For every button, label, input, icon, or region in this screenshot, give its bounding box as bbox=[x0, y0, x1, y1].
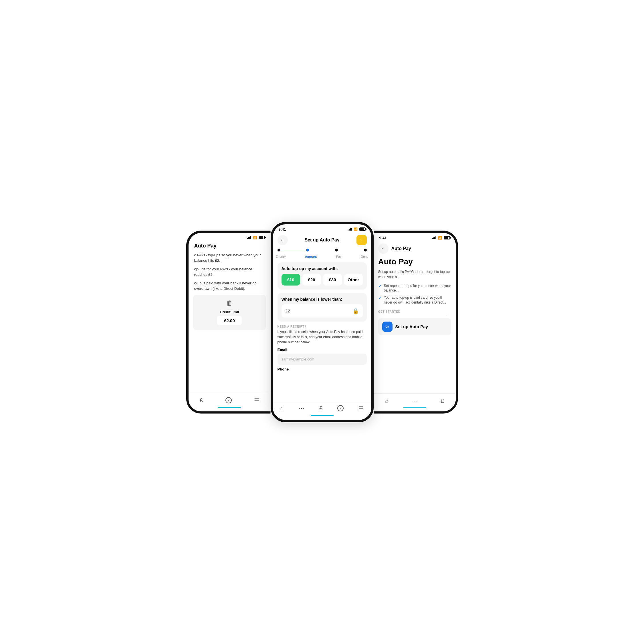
center-header: ← Set up Auto Pay ⚡ bbox=[273, 233, 371, 249]
step-dot-done bbox=[364, 249, 367, 251]
center-phone-content: ← Set up Auto Pay ⚡ Energy Amount Pay bbox=[273, 233, 371, 416]
left-nav-menu-icon[interactable]: ☰ bbox=[254, 397, 259, 404]
center-status-bar: 9:41 📶 bbox=[273, 224, 371, 233]
credit-value: £2.00 bbox=[217, 316, 242, 325]
check-list: ✓ Set repeat top-ups for yo... meter whe… bbox=[378, 284, 451, 305]
right-body: Auto Pay Set up automatic PAYG top-u... … bbox=[374, 257, 456, 335]
center-nav-menu-icon[interactable]: ☰ bbox=[358, 405, 364, 412]
center-nav-network-icon[interactable]: ⋯ bbox=[299, 405, 304, 412]
right-status-time: 9:41 bbox=[379, 236, 387, 240]
check-item-1: ✓ Set repeat top-ups for yo... meter whe… bbox=[378, 284, 451, 293]
right-nav-indicator bbox=[403, 407, 426, 408]
step-line-2 bbox=[309, 250, 335, 250]
left-credit-section: 🗑 Credit limit £2.00 bbox=[193, 295, 266, 330]
left-wifi-icon: 📶 bbox=[253, 236, 257, 239]
right-phone: 9:41 📶 ← Auto Pay Auto Pay bbox=[374, 231, 458, 414]
right-status-icons: 📶 bbox=[432, 236, 450, 240]
balance-row: £2 🔒 bbox=[282, 304, 363, 318]
left-nav-indicator bbox=[218, 407, 241, 408]
balance-card: When my balance is lower than: £2 🔒 bbox=[278, 293, 367, 322]
step-label-done: Done bbox=[361, 255, 368, 258]
check-item-2: ✓ Your auto top-up is paid card, so you'… bbox=[378, 295, 451, 305]
center-status-icons: 📶 bbox=[348, 227, 366, 231]
step-dot-energy bbox=[278, 249, 280, 251]
infinity-icon: ∞ bbox=[382, 322, 393, 332]
right-signal-icon bbox=[432, 236, 436, 239]
amount-option-30[interactable]: £30 bbox=[323, 274, 342, 286]
amount-option-10[interactable]: £10 bbox=[282, 274, 300, 286]
balance-value: £2 bbox=[286, 308, 290, 313]
right-nav-home-icon[interactable]: ⌂ bbox=[385, 398, 389, 404]
step-label-energy: Energy bbox=[276, 255, 286, 258]
center-phone: 9:41 📶 ← Set up Auto Pay ⚡ bbox=[271, 222, 374, 422]
center-status-time: 9:41 bbox=[279, 227, 286, 231]
email-label: Email bbox=[278, 348, 367, 352]
email-input[interactable]: sam@example.com bbox=[278, 354, 367, 365]
checkmark-icon-1: ✓ bbox=[378, 284, 382, 289]
step-line-3 bbox=[338, 250, 364, 250]
amount-card-title: Auto top-up my account with: bbox=[282, 266, 363, 271]
left-phone-content: Auto Pay c PAYG top-ups so you never whe… bbox=[189, 241, 271, 408]
amount-option-other[interactable]: Other bbox=[344, 274, 363, 286]
divider bbox=[383, 315, 447, 315]
right-page-title: Auto Pay bbox=[391, 246, 411, 251]
amount-option-20[interactable]: £20 bbox=[302, 274, 321, 286]
center-nav-pay-icon[interactable]: £ bbox=[319, 405, 322, 412]
left-signal-icon bbox=[247, 236, 251, 239]
right-wifi-icon: 📶 bbox=[438, 236, 442, 240]
right-nav-pay-icon[interactable]: £ bbox=[441, 398, 444, 404]
step-label-amount: Amount bbox=[305, 255, 317, 258]
center-wifi-icon: 📶 bbox=[354, 227, 358, 231]
left-status-bar: 📶 bbox=[189, 233, 271, 241]
check-item-1-text: Set repeat top-ups for yo... meter when … bbox=[384, 284, 451, 293]
left-body-p2: op-ups for your PAYG your balance reache… bbox=[194, 266, 265, 278]
left-page-title: Auto Pay bbox=[189, 241, 271, 252]
center-nav-help-icon[interactable]: ? bbox=[337, 405, 344, 411]
receipt-section: NEED A RECEIPT? If you'd like a receipt … bbox=[273, 325, 371, 375]
phone-label: Phone bbox=[278, 367, 367, 371]
checkmark-icon-2: ✓ bbox=[378, 295, 382, 301]
center-nav-home-icon[interactable]: ⌂ bbox=[280, 405, 284, 412]
left-bottom-nav: £ ? ☰ bbox=[189, 393, 271, 408]
balance-card-title: When my balance is lower than: bbox=[282, 297, 363, 302]
stepper-labels: Energy Amount Pay Done bbox=[273, 255, 371, 262]
receipt-label: NEED A RECEIPT? bbox=[278, 325, 367, 328]
left-nav-help-icon[interactable]: ? bbox=[225, 397, 232, 403]
setup-autopay-button[interactable]: ∞ Set up Auto Pay bbox=[378, 318, 451, 335]
step-line-1 bbox=[280, 250, 306, 250]
right-nav-network-icon[interactable]: ⋯ bbox=[412, 397, 417, 404]
right-header: ← Auto Pay bbox=[374, 241, 456, 257]
left-body-p1: c PAYG top-ups so you never when your ba… bbox=[194, 252, 265, 263]
amount-options: £10 £20 £30 Other bbox=[282, 274, 363, 286]
setup-autopay-label: Set up Auto Pay bbox=[395, 324, 428, 329]
step-dot-pay bbox=[335, 249, 338, 251]
left-body-p3: o-up is paid with your bank ll never go … bbox=[194, 280, 265, 292]
amount-card: Auto top-up my account with: £10 £20 £30… bbox=[278, 262, 367, 290]
step-dot-amount bbox=[306, 249, 309, 251]
right-back-button[interactable]: ← bbox=[378, 243, 389, 254]
lightning-icon: ⚡ bbox=[358, 237, 365, 243]
right-phone-content: ← Auto Pay Auto Pay Set up automatic PAY… bbox=[374, 241, 456, 408]
center-bottom-nav: ⌂ ⋯ £ ? ☰ bbox=[273, 401, 371, 416]
left-nav-pay-icon[interactable]: £ bbox=[200, 397, 203, 404]
center-battery-icon bbox=[359, 227, 366, 231]
right-battery-icon bbox=[444, 236, 450, 239]
stepper bbox=[273, 249, 371, 255]
trash-icon: 🗑 bbox=[226, 300, 233, 307]
back-button[interactable]: ← bbox=[278, 235, 288, 245]
scene: 📶 Auto Pay c PAYG top-ups so you never w… bbox=[165, 222, 479, 422]
lightning-button[interactable]: ⚡ bbox=[356, 235, 367, 245]
right-description: Set up automatic PAYG top-u... forget to… bbox=[378, 269, 451, 280]
check-item-2-text: Your auto top-up is paid card, so you'll… bbox=[384, 295, 451, 305]
center-signal-icon bbox=[348, 228, 352, 231]
right-bottom-nav: ⌂ ⋯ £ bbox=[374, 393, 456, 408]
left-phone: 📶 Auto Pay c PAYG top-ups so you never w… bbox=[186, 231, 271, 414]
center-page-title: Set up Auto Pay bbox=[304, 237, 339, 243]
center-nav-indicator bbox=[311, 415, 334, 416]
right-status-bar: 9:41 📶 bbox=[374, 233, 456, 241]
receipt-description: If you'd like a receipt when your Auto P… bbox=[278, 329, 367, 345]
left-body-text: c PAYG top-ups so you never when your ba… bbox=[189, 252, 271, 292]
left-status-icons: 📶 bbox=[247, 236, 265, 239]
left-battery-icon bbox=[259, 236, 265, 239]
right-heading: Auto Pay bbox=[378, 257, 451, 266]
